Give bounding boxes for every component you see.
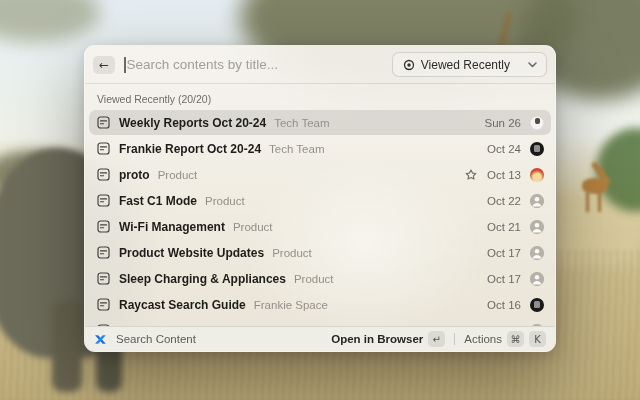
item-title: Frankie Report Oct 20-24 <box>119 142 261 156</box>
rows-container: Weekly Reports Oct 20-24 Tech Team Sun 2… <box>89 110 551 326</box>
search-input[interactable]: Search contents by title... <box>124 57 392 73</box>
item-title: proto <box>119 168 150 182</box>
item-title: Sleep Charging & Appliances <box>119 272 286 286</box>
avatar <box>530 168 544 182</box>
cmd-key-badge: ⌘ <box>507 331 524 347</box>
avatar <box>530 220 544 234</box>
avatar <box>530 116 544 130</box>
command-name: Search Content <box>116 333 196 345</box>
search-placeholder: Search contents by title... <box>127 57 279 72</box>
list-item[interactable]: Wi-Fi Management Product Oct 21 <box>89 214 551 239</box>
section-header: Viewed Recently (20/20) <box>89 84 551 110</box>
return-key-badge: ↵ <box>428 331 445 347</box>
avatar <box>530 194 544 208</box>
actions-label: Actions <box>464 333 502 345</box>
tree-canopy <box>0 0 100 42</box>
item-subtitle: Tech Team <box>269 143 324 155</box>
item-date: Oct 13 <box>487 169 521 181</box>
list-item[interactable]: Sleep Charging & Appliances Product Oct … <box>89 266 551 291</box>
item-subtitle: Product <box>294 273 334 285</box>
item-title: Raycast Search Guide <box>119 298 246 312</box>
item-date: Oct 21 <box>487 221 521 233</box>
item-subtitle: Product <box>272 247 312 259</box>
list-item[interactable]: Frankie Report Oct 20-24 Tech Team Oct 2… <box>89 136 551 161</box>
avatar <box>530 246 544 260</box>
giraffe-leg <box>586 192 589 212</box>
list-item[interactable]: Raycast Search Guide Frankie Space Oct 1… <box>89 292 551 317</box>
item-title: Fast C1 Mode <box>119 194 197 208</box>
back-button[interactable]: ← <box>93 56 115 74</box>
item-date: Sun 26 <box>485 117 521 129</box>
open-in-browser-action[interactable]: Open in Browser ↵ <box>331 331 445 347</box>
avatar <box>530 142 544 156</box>
giraffe-leg <box>598 192 601 212</box>
item-title: Product Website Updates <box>119 246 264 260</box>
item-date: Oct 17 <box>487 273 521 285</box>
document-icon <box>97 220 110 233</box>
elephant-leg <box>52 300 82 392</box>
document-icon <box>97 298 110 311</box>
filter-dropdown-label: Viewed Recently <box>421 58 510 72</box>
footer-divider <box>454 333 455 345</box>
raycast-window: ← Search contents by title... Viewed Rec… <box>84 45 556 352</box>
list-item[interactable]: ESP32 Fast C1 Mode Product Oct 24 <box>89 318 551 326</box>
item-date: Oct 16 <box>487 299 521 311</box>
primary-action-label: Open in Browser <box>331 333 423 345</box>
item-subtitle: Product <box>233 221 273 233</box>
document-icon <box>97 272 110 285</box>
eye-icon <box>403 59 415 71</box>
chevron-down-icon <box>528 62 537 68</box>
item-date: Oct 24 <box>487 143 521 155</box>
search-bar: ← Search contents by title... Viewed Rec… <box>85 46 555 84</box>
item-subtitle: Product <box>158 169 198 181</box>
document-icon <box>97 194 110 207</box>
list-item[interactable]: proto Product Oct 13 <box>89 162 551 187</box>
item-date: Oct 22 <box>487 195 521 207</box>
list-item[interactable]: Product Website Updates Product Oct 17 <box>89 240 551 265</box>
item-subtitle: Product <box>205 195 245 207</box>
filter-dropdown[interactable]: Viewed Recently <box>392 52 547 77</box>
document-icon <box>97 168 110 181</box>
item-subtitle: Frankie Space <box>254 299 328 311</box>
document-icon <box>97 142 110 155</box>
list-item[interactable]: Fast C1 Mode Product Oct 22 <box>89 188 551 213</box>
list-item[interactable]: Weekly Reports Oct 20-24 Tech Team Sun 2… <box>89 110 551 135</box>
k-key-badge: K <box>529 331 546 347</box>
document-icon <box>97 116 110 129</box>
results-list: Viewed Recently (20/20) Weekly Reports O… <box>85 84 555 326</box>
item-date: Oct 17 <box>487 247 521 259</box>
footer-bar: Search Content Open in Browser ↵ Actions… <box>85 326 555 351</box>
avatar <box>530 272 544 286</box>
actions-menu-button[interactable]: Actions ⌘ K <box>464 331 546 347</box>
document-icon <box>97 246 110 259</box>
back-icon: ← <box>99 58 109 72</box>
avatar <box>530 298 544 312</box>
item-title: Weekly Reports Oct 20-24 <box>119 116 266 130</box>
confluence-icon <box>94 333 107 346</box>
text-caret <box>124 57 126 73</box>
item-title: Wi-Fi Management <box>119 220 225 234</box>
star-icon <box>465 169 477 181</box>
item-subtitle: Tech Team <box>274 117 329 129</box>
